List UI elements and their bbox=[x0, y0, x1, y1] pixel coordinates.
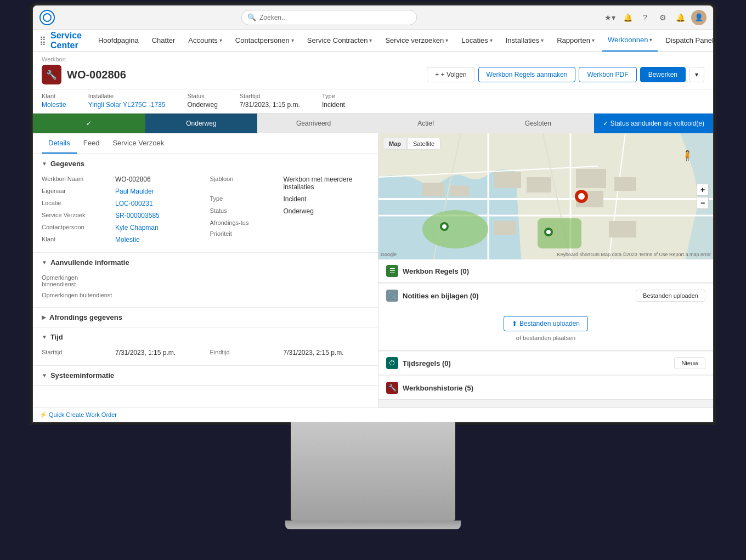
field-opmerkingen-binnen: Opmerkingen binnendienst bbox=[42, 272, 369, 290]
klant-link[interactable]: Molestie bbox=[42, 101, 66, 109]
field-eigenaar: Eigenaar Paul Maulder bbox=[42, 185, 201, 197]
nav-chatter[interactable]: Chatter bbox=[146, 30, 181, 52]
chevron-down-icon-4: ▼ bbox=[42, 372, 47, 378]
map-tab-satellite[interactable]: Satellite bbox=[407, 138, 440, 150]
search-input[interactable] bbox=[259, 14, 411, 21]
field-type: Type Incident bbox=[210, 193, 370, 205]
settings-icon[interactable]: ⚙ bbox=[656, 11, 669, 24]
street-view-icon[interactable]: 🧍 bbox=[681, 150, 693, 162]
svg-point-23 bbox=[442, 224, 447, 229]
status-complete-button[interactable]: ✓ Status aanduiden als voltooid(e) bbox=[594, 114, 713, 133]
nav-service-contracten[interactable]: Service Contracten ▾ bbox=[302, 30, 378, 52]
status-step-actief[interactable]: Actief bbox=[370, 114, 482, 133]
nav-contactpersonen[interactable]: Contactpersonen ▾ bbox=[230, 30, 299, 52]
bestanden-uploaden-header-button[interactable]: Bestanden uploaden bbox=[636, 290, 705, 302]
werkbon-regels-icon: ☰ bbox=[386, 265, 398, 277]
werkbon-regels-button[interactable]: Werkbon Regels aanmaken bbox=[478, 67, 576, 82]
tab-service-verzoek[interactable]: Service Verzoek bbox=[106, 133, 171, 154]
app-logo[interactable] bbox=[39, 10, 55, 25]
tab-feed[interactable]: Feed bbox=[77, 133, 106, 154]
svg-rect-17 bbox=[614, 177, 636, 191]
section-systeeminformatie-header[interactable]: ▼ Systeeminformatie bbox=[33, 366, 378, 385]
notifications-icon[interactable]: 🔔 bbox=[621, 11, 634, 24]
tijdsregels-icon: ⏱ bbox=[386, 357, 398, 369]
nav-accounts[interactable]: Accounts ▾ bbox=[183, 30, 227, 52]
tab-details[interactable]: Details bbox=[42, 133, 77, 154]
chevron-right-icon: ▶ bbox=[42, 314, 46, 320]
status-step-gesloten[interactable]: Gesloten bbox=[482, 114, 595, 133]
search-icon: 🔍 bbox=[247, 13, 256, 21]
section-tijd-header[interactable]: ▼ Tijd bbox=[33, 327, 378, 347]
meta-status: Status Onderweg bbox=[187, 93, 217, 109]
svg-rect-14 bbox=[527, 177, 551, 193]
help-icon[interactable]: ? bbox=[638, 11, 652, 24]
map-credit: Google bbox=[381, 252, 397, 257]
follow-button[interactable]: + Volgen bbox=[427, 67, 474, 82]
section-aanvullende-header[interactable]: ▼ Aanvullende informatie bbox=[33, 253, 378, 272]
field-prioriteit: Prioriteit bbox=[210, 228, 370, 239]
map-tab-map[interactable]: Map bbox=[383, 138, 407, 150]
panel-werkbonshistorie-header[interactable]: 🔧 Werkbonshistorie (5) bbox=[378, 376, 713, 399]
service-verzoek-link[interactable]: SR-000003585 bbox=[115, 212, 201, 219]
svg-rect-15 bbox=[576, 169, 606, 188]
edit-button[interactable]: Bewerken bbox=[640, 67, 686, 82]
chevron-down-icon-2: ▼ bbox=[42, 259, 47, 265]
section-systeeminformatie: ▼ Systeeminformatie bbox=[33, 366, 378, 386]
section-afrondingsgegevens-header[interactable]: ▶ Afrondings gegevens bbox=[33, 308, 378, 327]
klant-link2[interactable]: Molestie bbox=[115, 236, 201, 244]
nieuw-button[interactable]: Nieuw bbox=[674, 357, 705, 369]
nav-werkbonnen[interactable]: Werkbonnen ▾ bbox=[602, 30, 658, 52]
nav-rapporten[interactable]: Rapporten ▾ bbox=[551, 30, 600, 52]
more-button[interactable]: ▾ bbox=[689, 67, 704, 82]
nav-hoofdpagina[interactable]: Hoofdpagina bbox=[93, 30, 144, 52]
locatie-link[interactable]: LOC-000231 bbox=[115, 200, 201, 207]
field-starttijd: Starttijd 7/31/2023, 1:15 p.m. bbox=[42, 347, 201, 359]
alerts-icon[interactable]: 🔔 bbox=[674, 11, 687, 24]
upload-button[interactable]: ⬆ Bestanden uploaden bbox=[504, 316, 588, 331]
field-service-verzoek: Service Verzoek SR-000003585 bbox=[42, 210, 201, 222]
chevron-down-icon: ▼ bbox=[42, 161, 47, 167]
upload-or-text: of bestanden plaatsen bbox=[387, 335, 704, 341]
field-contactpersoon: Contactpersoon Kyle Chapman bbox=[42, 222, 201, 234]
status-step-onderweg[interactable]: Onderweg bbox=[145, 114, 258, 133]
meta-klant: Klant Molestie bbox=[42, 93, 66, 109]
zoom-out-button[interactable]: − bbox=[697, 197, 709, 209]
section-gegevens-header[interactable]: ▼ Gegevens bbox=[33, 154, 378, 173]
app-name: Service Center bbox=[50, 31, 82, 50]
meta-type: Type Incident bbox=[322, 93, 345, 109]
status-step-done[interactable]: ✓ bbox=[33, 114, 145, 133]
svg-point-25 bbox=[546, 230, 551, 234]
user-avatar[interactable]: 👤 bbox=[691, 10, 707, 25]
field-opmerkingen-buiten: Opmerkingen buitendienst bbox=[42, 290, 369, 301]
pdf-button[interactable]: Werkbon PDF bbox=[579, 67, 636, 82]
meta-installatie: Installatie Yingli Solar YL275C -1735 bbox=[88, 93, 166, 109]
status-step-gearriveerd[interactable]: Gearriveerd bbox=[257, 114, 370, 133]
panel-werkbon-regels-header[interactable]: ☰ Werkbon Regels (0) bbox=[378, 259, 713, 282]
section-aanvullende: ▼ Aanvullende informatie Opmerkingen bin… bbox=[33, 253, 378, 308]
panel-notities-header[interactable]: 📎 Notities en bijlagen (0) Bestanden upl… bbox=[378, 284, 713, 307]
werkbonshistorie-icon: 🔧 bbox=[386, 382, 398, 394]
tijdsregels-title: Tijdsregels (0) bbox=[403, 359, 670, 367]
page-title: WO-002806 bbox=[67, 69, 126, 81]
panel-tijdsregels-header[interactable]: ⏱ Tijdsregels (0) Nieuw bbox=[378, 352, 713, 375]
breadcrumb: Werkbon bbox=[42, 56, 704, 63]
zoom-in-button[interactable]: + bbox=[697, 184, 709, 196]
nav-locaties[interactable]: Locaties ▾ bbox=[456, 30, 498, 52]
favorites-icon[interactable]: ★▾ bbox=[603, 11, 617, 24]
footer-bar[interactable]: ⚡ Quick Create Work Order bbox=[33, 408, 713, 422]
svg-rect-19 bbox=[609, 221, 636, 237]
search-bar[interactable]: 🔍 bbox=[241, 10, 417, 25]
contactpersoon-link[interactable]: Kyle Chapman bbox=[115, 224, 201, 231]
map-container[interactable]: Map Satellite + − 🧍 Google Keyboard shor… bbox=[378, 133, 713, 259]
nav-installaties[interactable]: Installaties ▾ bbox=[500, 30, 549, 52]
nav-dispatch-panel[interactable]: Dispatch Panel bbox=[660, 30, 713, 52]
installatie-link[interactable]: Yingli Solar YL275C -1735 bbox=[88, 101, 166, 109]
section-afrondingsgegevens: ▶ Afrondings gegevens bbox=[33, 308, 378, 327]
svg-rect-13 bbox=[494, 172, 521, 188]
panel-tijdsregels: ⏱ Tijdsregels (0) Nieuw bbox=[378, 352, 713, 375]
nav-service-verzoeken[interactable]: Service verzoeken ▾ bbox=[380, 30, 454, 52]
section-tijd: ▼ Tijd Starttijd 7/31/2023, 1:15 p.m. Ei… bbox=[33, 327, 378, 366]
grid-icon[interactable]: ⣿ bbox=[39, 35, 46, 46]
eigenaar-link[interactable]: Paul Maulder bbox=[115, 188, 201, 195]
notities-title: Notities en bijlagen (0) bbox=[403, 292, 631, 300]
